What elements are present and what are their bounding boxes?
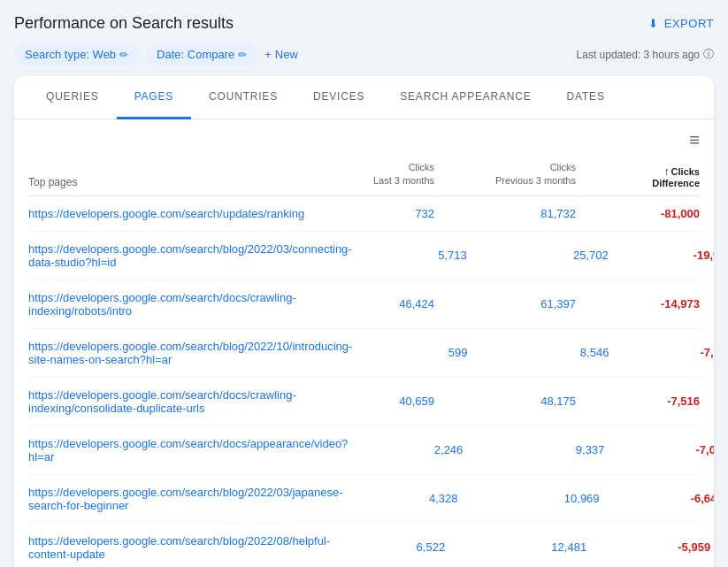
cell-url[interactable]: https://developers.google.com/search/blo… [28, 340, 352, 366]
table-row: https://developers.google.com/search/doc… [28, 378, 700, 426]
edit-icon: ✏ [119, 49, 128, 61]
cell-clicks-diff: -14,973 [576, 297, 700, 310]
cell-url[interactable]: https://developers.google.com/search/blo… [28, 486, 343, 512]
col-clicks-diff[interactable]: ↑ Clicks Difference [576, 165, 700, 188]
table-row: https://developers.google.com/search/doc… [28, 280, 700, 329]
date-filter[interactable]: Date: Compare ✏ [146, 43, 257, 65]
cell-clicks-prev: 48,175 [434, 395, 576, 408]
tab-devices[interactable]: DEVICES [295, 76, 382, 119]
sort-up-icon: ↑ [664, 165, 670, 178]
table-header: Top pages ClicksLast 3 months ClicksPrev… [28, 157, 700, 196]
tab-dates[interactable]: DATES [549, 76, 623, 119]
cell-url[interactable]: https://developers.google.com/search/upd… [28, 207, 319, 220]
tab-countries[interactable]: COUNTRIES [191, 76, 295, 119]
cell-clicks-prev: 10,969 [458, 492, 600, 505]
cell-clicks-last: 4,328 [343, 492, 458, 505]
tab-bar: QUERIES PAGES COUNTRIES DEVICES SEARCH A… [14, 76, 714, 119]
page-title: Performance on Search results [14, 14, 234, 33]
last-updated: Last updated: 3 hours ago ⓘ [577, 47, 714, 62]
col-clicks-last: ClicksLast 3 months [319, 161, 434, 188]
filter-icon-row: ≡ [28, 119, 700, 157]
edit-icon: ✏ [238, 49, 247, 61]
export-icon: ⬇ [648, 17, 659, 30]
plus-icon: + [264, 48, 272, 61]
cell-clicks-prev: 9,337 [463, 443, 604, 456]
cell-clicks-prev: 12,481 [445, 540, 586, 554]
cell-clicks-last: 5,713 [352, 249, 467, 262]
cell-clicks-last: 732 [319, 207, 434, 220]
cell-url[interactable]: https://developers.google.com/search/doc… [28, 291, 319, 318]
cell-clicks-diff: -6,641 [600, 492, 714, 505]
cell-url[interactable]: https://developers.google.com/search/doc… [28, 437, 348, 464]
cell-clicks-last: 6,522 [330, 540, 445, 554]
filter-icon[interactable]: ≡ [689, 130, 700, 150]
cell-url[interactable]: https://developers.google.com/search/blo… [28, 242, 352, 269]
top-pages-label: Top pages [28, 169, 319, 188]
cell-clicks-diff: -81,000 [576, 207, 700, 220]
cell-clicks-last: 599 [352, 346, 467, 359]
header: Performance on Search results ⬇ EXPORT [14, 14, 714, 33]
cell-clicks-prev: 81,732 [434, 207, 576, 220]
search-type-filter[interactable]: Search type: Web ✏ [14, 43, 139, 65]
table-row: https://developers.google.com/search/blo… [28, 524, 700, 567]
col-clicks-prev: ClicksPrevious 3 months [434, 161, 576, 188]
cell-clicks-diff: -19,989 [609, 249, 714, 262]
table-row: https://developers.google.com/search/blo… [28, 475, 700, 524]
cell-clicks-last: 46,424 [319, 297, 434, 310]
cell-clicks-diff: -7,947 [609, 346, 714, 359]
cell-clicks-prev: 8,546 [467, 346, 609, 359]
table-row: https://developers.google.com/search/doc… [28, 426, 700, 475]
cell-url[interactable]: https://developers.google.com/search/blo… [28, 534, 330, 561]
table-row: https://developers.google.com/search/upd… [28, 196, 700, 232]
tab-queries[interactable]: QUERIES [28, 76, 117, 119]
table-row: https://developers.google.com/search/blo… [28, 232, 700, 280]
cell-clicks-diff: -5,959 [586, 540, 710, 554]
export-button[interactable]: ⬇ EXPORT [648, 17, 714, 30]
cell-clicks-diff: -7,516 [576, 395, 700, 408]
filter-row: Search type: Web ✏ Date: Compare ✏ + New… [14, 43, 714, 65]
info-icon: ⓘ [703, 47, 714, 62]
table-section: ≡ Top pages ClicksLast 3 months ClicksPr… [14, 119, 714, 567]
new-filter-button[interactable]: + New [264, 48, 298, 61]
main-card: QUERIES PAGES COUNTRIES DEVICES SEARCH A… [14, 76, 714, 567]
table-row: https://developers.google.com/search/blo… [28, 329, 700, 378]
cell-clicks-prev: 61,397 [434, 297, 576, 310]
cell-clicks-prev: 25,702 [467, 249, 609, 262]
cell-clicks-last: 40,659 [319, 395, 434, 408]
table-rows-container: https://developers.google.com/search/upd… [28, 196, 700, 567]
cell-clicks-last: 2,246 [348, 443, 463, 456]
cell-clicks-diff: -7,091 [604, 443, 714, 456]
tab-search-appearance[interactable]: SEARCH APPEARANCE [382, 76, 548, 119]
cell-url[interactable]: https://developers.google.com/search/doc… [28, 388, 319, 415]
tab-pages[interactable]: PAGES [117, 76, 191, 119]
